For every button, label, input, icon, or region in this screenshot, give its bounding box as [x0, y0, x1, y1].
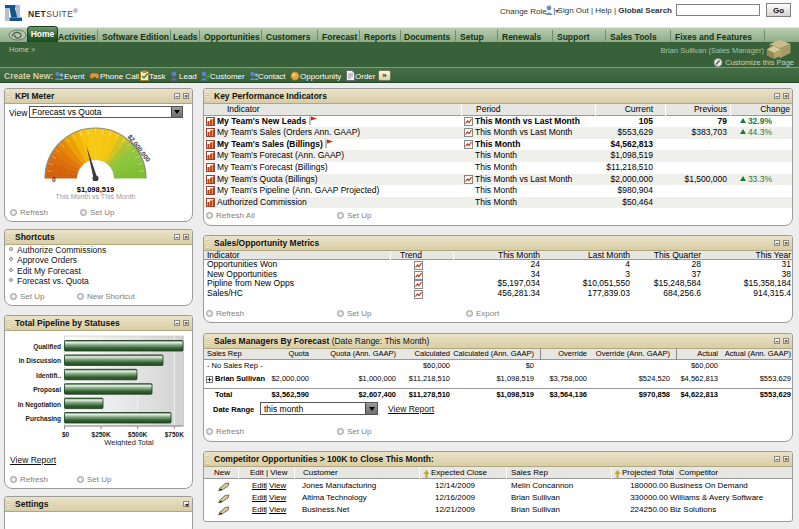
- svg-text:In Negotiation: In Negotiation: [18, 401, 61, 409]
- svg-text:Proposal: Proposal: [33, 386, 61, 394]
- svg-text:Purchasing: Purchasing: [26, 415, 61, 423]
- svg-text:Identifi..: Identifi..: [36, 372, 61, 379]
- svg-text:Weighted Total: Weighted Total: [104, 438, 154, 447]
- svg-text:Qualified: Qualified: [33, 343, 61, 351]
- svg-text:$750K: $750K: [165, 431, 184, 439]
- svg-text:In Discussion: In Discussion: [19, 357, 61, 364]
- svg-text:$0: $0: [62, 431, 70, 439]
